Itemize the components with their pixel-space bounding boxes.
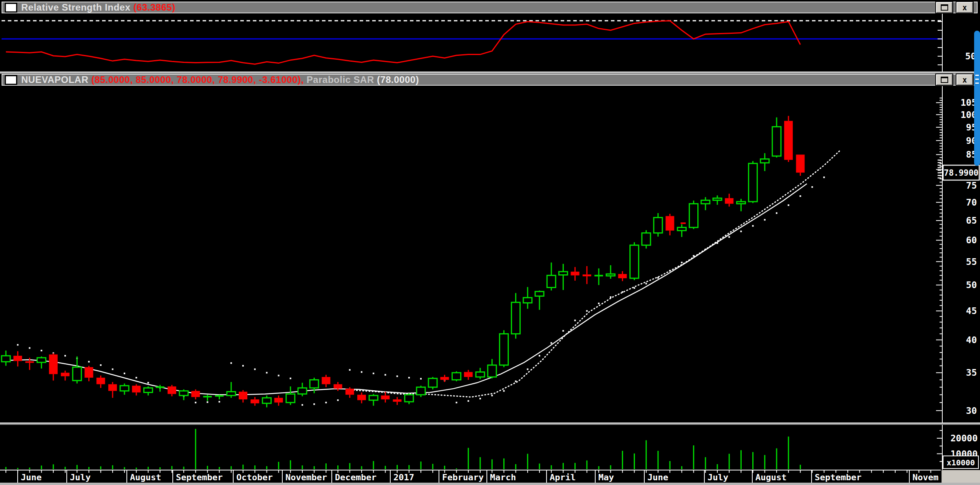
ma-line-dotted [353,150,840,397]
price-axis-label: 60 [966,235,977,245]
sar-dot [503,390,505,392]
rsi-panel: 50 [2,13,976,72]
candle-body [488,365,496,377]
system-menu-icon[interactable] [5,3,17,13]
sar-dot [562,330,564,332]
price-axis-label: 30 [966,406,977,416]
price-axis-label: 70 [966,197,977,208]
close-button[interactable]: x [956,2,973,13]
candle-body [13,356,22,361]
candle-body [84,367,93,378]
sar-dot [88,361,90,362]
price-titlebar[interactable]: NUEVAPOLAR (85.0000, 85.0000, 78.0000, 7… [2,74,978,86]
sar-flip-marker-red [680,222,686,224]
symbol-name: NUEVAPOLAR [21,74,88,85]
candle-body [49,355,58,374]
candle-body [274,398,283,402]
candle-body [571,272,580,276]
x-axis: JuneJulyAugustSeptemberOctoberNovemberDe… [0,470,941,483]
price-axis-label: 35 [966,367,977,378]
rsi-value: (63.3865) [133,2,175,13]
panel-divider-volume[interactable] [0,423,980,425]
month-label: May [598,472,614,482]
candle-body [405,395,413,402]
candle-body [725,198,733,204]
close-icon: x [962,76,967,84]
month-label: March [490,472,516,482]
candle-body [334,384,342,389]
candle-body [417,387,425,395]
sar-dot [468,400,469,402]
sar-dot [717,242,718,244]
axis-squeeze-mark [938,170,941,171]
candle-body [428,378,437,387]
candle-body [559,272,567,275]
axis-squeeze-mark [938,175,941,176]
candle-body [239,392,247,400]
sar-dot [147,382,149,384]
candle-body [642,233,651,245]
sar-dot [788,204,789,206]
maximize-button[interactable] [936,74,953,85]
sar-dot [740,231,742,232]
candle-body [2,356,10,362]
axis-squeeze-mark [938,167,941,169]
month-label: August [130,472,161,482]
price-axis-label: 65 [966,215,977,226]
candle-body [393,399,402,402]
sar-dot [278,375,280,376]
price-axis-label: 40 [966,335,977,345]
sar-dot [408,377,410,378]
month-label: September [176,472,223,482]
sar-dot [527,368,528,370]
month-label: June [21,472,42,482]
axis-squeeze-mark [938,178,941,179]
sar-dot [622,291,623,293]
candle-body [761,159,769,163]
rsi-titlebar[interactable]: Relative Strength Index (63.3865) x [2,2,978,13]
candle-body [168,386,176,394]
sar-dot [373,373,374,374]
month-label: April [550,472,576,482]
axis-corner [942,470,980,483]
candle-body [227,392,236,396]
sar-dot [705,249,706,250]
ohlc-values: (85.0000, 85.0000, 78.0000, 78.9900, -3.… [91,74,304,85]
candle-body [191,391,200,397]
candle-body [440,377,449,380]
volume-panel: 2000010000x10000 [6,425,978,470]
price-axis-label: 75 [966,180,977,191]
vertical-scrollbar-thumb[interactable] [974,31,980,166]
sar-dot [124,373,125,374]
sar-dot [290,378,291,379]
candle-body [499,334,508,365]
rsi-line [6,21,800,64]
sar-dot [302,404,303,406]
sar-dot [812,186,813,188]
price-panel: 1051009590857570656055504540353078.9900 [2,86,979,423]
price-axis-label: 45 [966,306,977,316]
sar-dot [479,398,481,399]
candle-body [464,372,473,377]
system-menu-icon[interactable] [5,75,17,85]
candle-body [535,292,544,296]
sar-dot [657,277,659,279]
candle-body [476,372,485,377]
sar-dot [823,176,825,178]
candle-body [298,388,307,394]
axis-squeeze-mark [938,162,941,164]
candle-body [310,380,318,388]
parabolic-sar-dots [17,176,825,406]
sar-dot [17,344,18,345]
sar-dot [361,371,362,373]
candle-body [132,386,141,392]
sar-dot [645,283,647,284]
sar-dot [574,320,576,321]
sar-dot [349,369,351,371]
sar-dot [242,365,244,367]
sar-dot [799,195,801,197]
charting-window: 501051009590857570656055504540353078.990… [0,0,980,485]
candle-body [108,384,117,391]
maximize-button[interactable] [936,2,953,13]
close-button[interactable]: x [956,74,973,85]
